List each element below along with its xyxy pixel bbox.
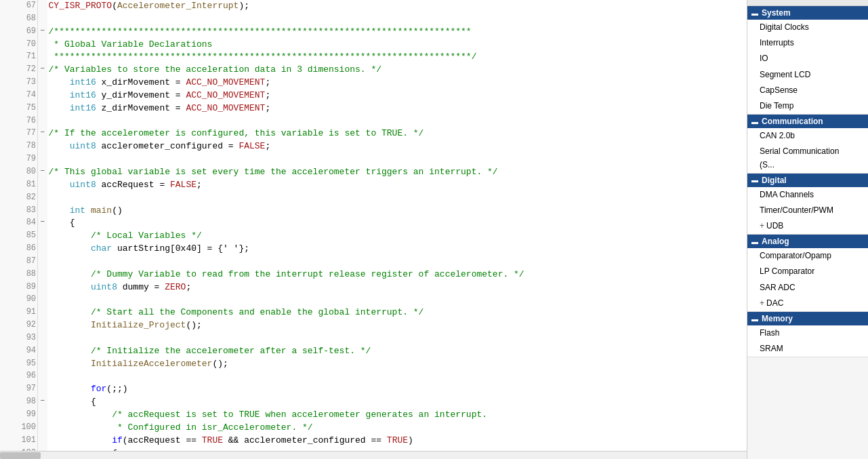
rm-section-analog[interactable]: ▬Analog: [747, 235, 868, 248]
rm-item[interactable]: Segment LCD: [747, 67, 868, 83]
table-row: 92 Initialize_Project();: [0, 319, 747, 332]
fold-icon[interactable]: −: [38, 166, 47, 179]
code-line: [47, 370, 747, 383]
code-line: [47, 115, 747, 128]
line-number: 68: [0, 13, 38, 26]
table-row: 93: [0, 332, 747, 345]
line-number: 96: [0, 370, 38, 383]
rm-item[interactable]: SAR ADC: [747, 280, 868, 296]
resource-meter-panel: ▬SystemDigital ClocksInterruptsIOSegment…: [747, 0, 868, 459]
fold-icon: [38, 256, 47, 268]
fold-icon[interactable]: [38, 281, 47, 294]
rm-item[interactable]: Timer/Counter/PWM: [747, 203, 868, 218]
rm-section-digital[interactable]: ▬Digital: [747, 174, 868, 187]
code-line: /* Local Variables */: [47, 230, 747, 243]
code-line: /* Dummy Variable to read from the inter…: [47, 268, 747, 281]
fold-icon[interactable]: [38, 179, 47, 192]
code-editor: 67CY_ISR_PROTO(Accelerometer_Interrupt);…: [0, 0, 747, 459]
table-row: 99 /* accRequest is set to TRUE when acc…: [0, 409, 747, 422]
resource-panel-scroll[interactable]: ▬SystemDigital ClocksInterruptsIOSegment…: [747, 6, 868, 459]
rm-item[interactable]: Serial Communication (S...: [747, 144, 868, 172]
rm-section-communication[interactable]: ▬Communication: [747, 115, 868, 128]
rm-item[interactable]: Comparator/Opamp: [747, 248, 868, 264]
rm-item[interactable]: DMA Channels: [747, 187, 868, 203]
table-row: 85 /* Local Variables */: [0, 230, 747, 243]
fold-icon[interactable]: [38, 77, 47, 89]
fold-icon[interactable]: −: [38, 64, 47, 77]
fold-icon[interactable]: [38, 435, 47, 447]
code-line: /* accRequest is set to TRUE when accele…: [47, 409, 747, 422]
fold-icon[interactable]: [38, 422, 47, 435]
table-row: 87: [0, 256, 747, 268]
line-number: 95: [0, 358, 38, 371]
line-number: 98: [0, 396, 38, 409]
fold-icon[interactable]: [38, 383, 47, 396]
section-label: Digital: [762, 176, 787, 185]
line-number: 80: [0, 166, 38, 179]
rm-item[interactable]: Die Temp: [747, 98, 868, 114]
fold-icon[interactable]: [38, 102, 47, 115]
table-row: 76: [0, 115, 747, 128]
horizontal-scrollbar[interactable]: [0, 451, 747, 459]
rm-item[interactable]: SRAM: [747, 341, 868, 357]
fold-icon[interactable]: −: [38, 217, 47, 230]
table-row: 84− {: [0, 217, 747, 230]
code-scroll-area[interactable]: 67CY_ISR_PROTO(Accelerometer_Interrupt);…: [0, 0, 747, 451]
line-number: 70: [0, 39, 38, 52]
fold-icon[interactable]: [38, 319, 47, 332]
fold-icon[interactable]: [38, 230, 47, 243]
fold-icon: [38, 0, 47, 13]
code-line: int16 y_dirMovement = ACC_NO_MOVEMENT;: [47, 89, 747, 102]
table-row: 79: [0, 153, 747, 166]
rm-item[interactable]: +UDB: [747, 218, 868, 234]
rm-item[interactable]: CapSense: [747, 83, 868, 98]
fold-icon[interactable]: [38, 243, 47, 256]
fold-icon[interactable]: [38, 268, 47, 281]
code-line: uint8 dummy = ZERO;: [47, 281, 747, 294]
fold-icon[interactable]: [38, 140, 47, 153]
fold-icon[interactable]: −: [38, 396, 47, 409]
fold-icon[interactable]: [38, 51, 47, 64]
rm-item[interactable]: IO: [747, 51, 868, 66]
line-number: 83: [0, 205, 38, 218]
line-number: 94: [0, 345, 38, 358]
fold-icon[interactable]: [38, 39, 47, 52]
line-number: 87: [0, 256, 38, 268]
fold-icon[interactable]: [38, 345, 47, 358]
table-row: 98− {: [0, 396, 747, 409]
code-line: /* Initialize the accelerometer after a …: [47, 345, 747, 358]
line-number: 92: [0, 319, 38, 332]
rm-item[interactable]: CAN 2.0b: [747, 128, 868, 144]
code-line: [47, 13, 747, 26]
rm-item[interactable]: +DAC: [747, 296, 868, 311]
toggle-icon: ▬: [751, 9, 758, 17]
fold-icon[interactable]: −: [38, 26, 47, 39]
code-line: /* If the accelerometer is configured, t…: [47, 127, 747, 140]
line-number: 93: [0, 332, 38, 345]
code-line: /* This global variable is set every tim…: [47, 166, 747, 179]
rm-section-content-communication: CAN 2.0bSerial Communication (S...: [747, 128, 868, 174]
panel-title: [747, 0, 868, 6]
line-number: 86: [0, 243, 38, 256]
fold-icon: [38, 294, 47, 306]
line-number: 75: [0, 102, 38, 115]
fold-icon[interactable]: [38, 358, 47, 371]
rm-item[interactable]: Flash: [747, 325, 868, 341]
rm-section-system[interactable]: ▬System: [747, 6, 868, 20]
code-line: {: [47, 396, 747, 409]
rm-item[interactable]: Interrupts: [747, 35, 868, 51]
fold-icon[interactable]: [38, 306, 47, 319]
rm-section-content-system: Digital ClocksInterruptsIOSegment LCDCap…: [747, 20, 868, 115]
fold-icon[interactable]: [38, 89, 47, 102]
table-row: 75 int16 z_dirMovement = ACC_NO_MOVEMENT…: [0, 102, 747, 115]
rm-section-memory[interactable]: ▬Memory: [747, 312, 868, 325]
rm-item[interactable]: LP Comparator: [747, 264, 868, 279]
rm-item[interactable]: Digital Clocks: [747, 20, 868, 35]
fold-icon[interactable]: −: [38, 127, 47, 140]
fold-icon[interactable]: [38, 409, 47, 422]
section-label: Communication: [762, 117, 823, 126]
rm-section-content-analog: Comparator/OpampLP ComparatorSAR ADC+DAC: [747, 248, 868, 312]
code-line: int main(): [47, 205, 747, 218]
code-line: [47, 192, 747, 205]
line-number: 79: [0, 153, 38, 166]
